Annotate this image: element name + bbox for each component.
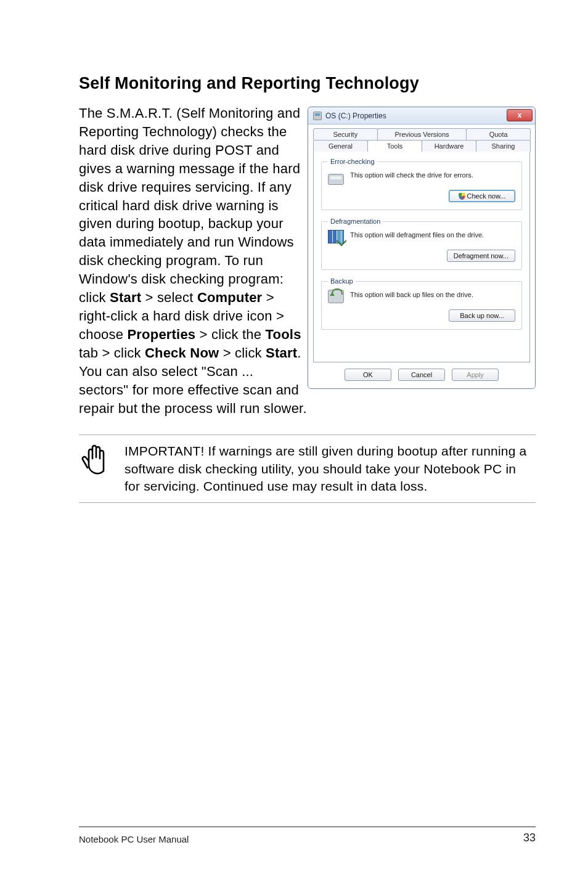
footer-left: Notebook PC User Manual — [79, 834, 189, 844]
hand-stop-icon — [80, 443, 111, 481]
shield-icon — [459, 193, 465, 200]
legend-defragmentation: Defragmentation — [328, 218, 383, 225]
dialog-title: OS (C:) Properties — [325, 112, 386, 120]
body-p1e: tab > click — [79, 345, 145, 361]
group-error-checking: Error-checking This option will check th… — [321, 158, 522, 210]
properties-dialog: OS (C:) Properties x Security Previous V… — [308, 107, 536, 389]
kw-computer: Computer — [197, 290, 263, 305]
properties-dialog-wrap: OS (C:) Properties x Security Previous V… — [308, 107, 536, 389]
important-note: IMPORTANT! If warnings are still given d… — [79, 443, 536, 494]
defragment-now-button[interactable]: Defragment now... — [447, 250, 515, 262]
tab-security[interactable]: Security — [313, 128, 378, 140]
divider-top — [79, 435, 536, 435]
body-p1f: > click — [219, 345, 266, 361]
kw-check-now: Check Now — [145, 345, 219, 361]
backup-icon — [328, 290, 345, 304]
footer-rule — [79, 827, 536, 827]
drive-check-icon — [328, 170, 345, 185]
tabs-row-top: Security Previous Versions Quota — [313, 128, 530, 140]
tab-tools[interactable]: Tools — [367, 140, 422, 152]
important-note-text: IMPORTANT! If warnings are still given d… — [125, 443, 534, 494]
kw-start2: Start — [266, 345, 297, 361]
legend-backup: Backup — [328, 277, 356, 285]
close-button[interactable]: x — [507, 109, 533, 121]
ok-button[interactable]: OK — [345, 369, 391, 381]
kw-start: Start — [110, 290, 141, 305]
back-up-now-button[interactable]: Back up now... — [449, 309, 515, 322]
check-now-button[interactable]: Check now... — [449, 190, 515, 202]
content-row: OS (C:) Properties x Security Previous V… — [79, 104, 536, 417]
body-p1a: The S.M.A.R.T. (Self Monitoring and Repo… — [79, 105, 300, 305]
page-footer: Notebook PC User Manual 33 — [79, 831, 536, 844]
dialog-buttons: OK Cancel Apply — [308, 362, 535, 388]
tab-general[interactable]: General — [313, 140, 368, 152]
group-defragmentation: Defragmentation This option will defragm… — [321, 218, 522, 270]
tabs-area: Security Previous Versions Quota General… — [308, 125, 535, 362]
page-number: 33 — [523, 831, 536, 844]
tab-panel-tools: Error-checking This option will check th… — [313, 151, 530, 362]
cancel-button[interactable]: Cancel — [398, 369, 445, 381]
tab-hardware[interactable]: Hardware — [422, 140, 476, 152]
section-heading: Self Monitoring and Reporting Technology — [79, 74, 536, 93]
legend-error-checking: Error-checking — [328, 158, 377, 165]
tab-quota[interactable]: Quota — [466, 128, 531, 140]
tab-previous-versions[interactable]: Previous Versions — [377, 128, 467, 140]
apply-button[interactable]: Apply — [452, 369, 499, 381]
divider-bottom — [79, 502, 536, 503]
tabs-row-bottom: General Tools Hardware Sharing — [313, 140, 530, 152]
dialog-titlebar: OS (C:) Properties x — [308, 107, 535, 125]
body-p1d: > click the — [195, 327, 265, 342]
tab-sharing[interactable]: Sharing — [476, 140, 531, 152]
defragmentation-text: This option will defragment files on the… — [350, 230, 515, 239]
defragment-icon — [328, 230, 345, 245]
error-checking-text: This option will check the drive for err… — [350, 170, 515, 179]
kw-properties: Properties — [127, 327, 195, 342]
backup-text: This option will back up files on the dr… — [350, 290, 515, 298]
drive-icon — [313, 112, 322, 120]
body-p1b: > select — [141, 290, 197, 305]
check-now-label: Check now... — [467, 192, 506, 200]
group-backup: Backup This option will back up files on… — [321, 277, 522, 330]
kw-tools: Tools — [266, 327, 301, 342]
